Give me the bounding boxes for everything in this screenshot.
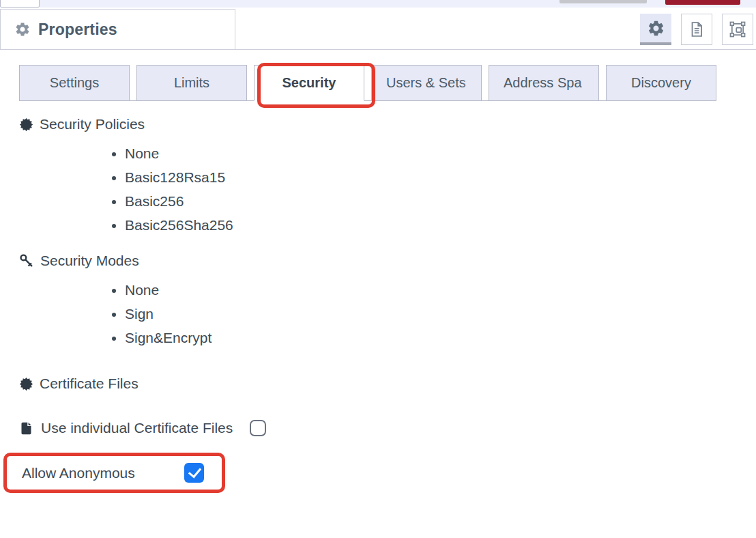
transform-select-button[interactable] [722,14,753,45]
tab-discovery[interactable]: Discovery [606,65,716,101]
security-mode-item: Sign [125,302,756,326]
tab-bar: Settings Limits Security Users & Sets Ad… [19,65,716,101]
section-security-modes: Security Modes [19,251,756,270]
security-tab-content: Security Policies NoneBasic128Rsa15Basic… [19,115,756,493]
tab-label: Limits [174,75,209,91]
security-mode-item: Sign&Encrypt [125,326,756,350]
security-policy-item: None [125,141,756,165]
use-individual-certificates-row: Use individual Certificate Files [19,418,756,438]
page-title: Properties [38,20,117,39]
partial-input-box[interactable] [0,0,40,8]
properties-header: Properties [0,8,756,50]
partial-red-button[interactable] [665,0,740,5]
tab-label: Security [282,75,336,91]
security-policy-item: Basic256 [125,189,756,213]
tab-users-sets[interactable]: Users & Sets [371,65,482,101]
security-modes-list: NoneSignSign&Encrypt [19,278,756,350]
properties-view-button[interactable] [640,14,671,45]
section-security-policies: Security Policies [19,115,756,134]
use-individual-certificates-checkbox[interactable] [250,420,266,436]
document-icon [687,20,706,39]
tab-label: Discovery [631,75,691,91]
security-policy-item: Basic256Sha256 [125,213,756,237]
tab-address-spa[interactable]: Address Spa [489,65,599,101]
key-icon [19,253,34,268]
section-title: Security Policies [40,116,145,132]
section-title: Security Modes [40,253,139,269]
gear-icon [647,19,665,38]
tab-limits[interactable]: Limits [136,65,247,101]
top-strip [0,0,756,8]
allow-anonymous-checkbox[interactable] [184,463,204,483]
option-label: Allow Anonymous [22,465,135,481]
header-toolbar [640,14,753,45]
security-policy-item: Basic128Rsa15 [125,165,756,189]
certificate-seal-icon [19,117,33,132]
certificate-seal-icon [19,377,33,391]
document-view-button[interactable] [681,14,712,45]
transform-icon [728,20,747,39]
security-policies-list: NoneBasic128Rsa15Basic256Basic256Sha256 [19,141,756,237]
tab-security[interactable]: Security [254,65,364,101]
properties-panel-tab[interactable]: Properties [0,9,235,49]
section-title: Certificate Files [40,376,139,392]
file-icon [19,421,33,436]
tab-label: Address Spa [504,75,582,91]
tab-label: Users & Sets [386,75,466,91]
security-mode-item: None [125,278,756,302]
section-certificate-files: Certificate Files [19,374,756,393]
partial-gray-button[interactable] [559,0,647,3]
tab-label: Settings [50,75,99,91]
option-label: Use individual Certificate Files [41,420,233,436]
allow-anonymous-annotation: Allow Anonymous [3,453,225,493]
tab-settings[interactable]: Settings [19,65,130,101]
gear-icon [14,21,31,38]
